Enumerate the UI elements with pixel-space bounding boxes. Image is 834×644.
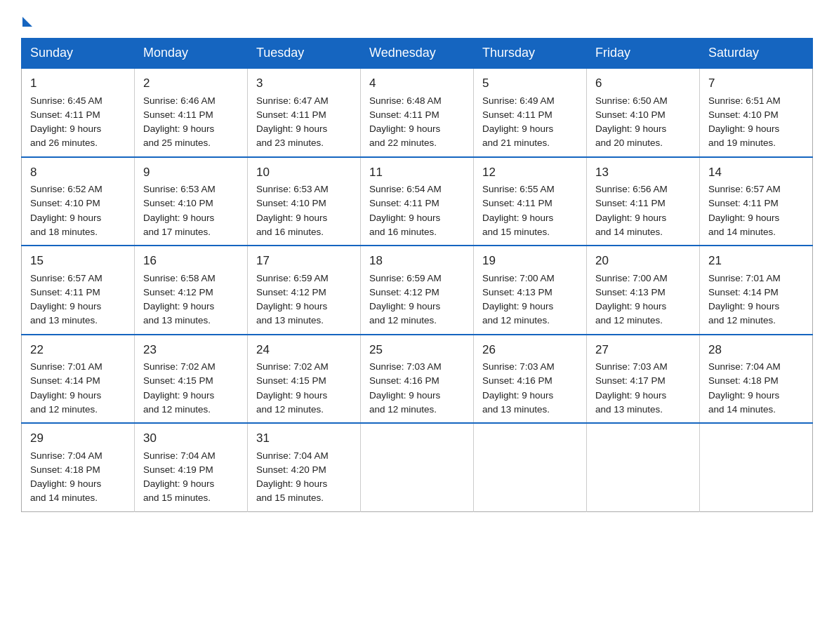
calendar-header-thursday: Thursday — [474, 39, 587, 69]
day-info: Sunrise: 6:56 AMSunset: 4:11 PMDaylight:… — [595, 182, 691, 239]
calendar-week-row: 22Sunrise: 7:01 AMSunset: 4:14 PMDayligh… — [22, 335, 813, 424]
calendar-cell: 1Sunrise: 6:45 AMSunset: 4:11 PMDaylight… — [22, 68, 135, 157]
calendar-cell: 16Sunrise: 6:58 AMSunset: 4:12 PMDayligh… — [135, 246, 248, 335]
day-info: Sunrise: 7:04 AMSunset: 4:18 PMDaylight:… — [708, 360, 804, 417]
day-number: 22 — [30, 341, 126, 359]
day-number: 8 — [30, 163, 126, 182]
day-info: Sunrise: 6:49 AMSunset: 4:11 PMDaylight:… — [482, 94, 578, 151]
calendar-cell: 25Sunrise: 7:03 AMSunset: 4:16 PMDayligh… — [361, 335, 474, 424]
calendar-cell: 29Sunrise: 7:04 AMSunset: 4:18 PMDayligh… — [22, 423, 135, 511]
calendar-cell: 14Sunrise: 6:57 AMSunset: 4:11 PMDayligh… — [700, 157, 813, 246]
day-info: Sunrise: 7:02 AMSunset: 4:15 PMDaylight:… — [143, 360, 239, 417]
calendar-cell: 24Sunrise: 7:02 AMSunset: 4:15 PMDayligh… — [248, 335, 361, 424]
day-info: Sunrise: 7:03 AMSunset: 4:16 PMDaylight:… — [369, 360, 465, 417]
calendar-cell: 11Sunrise: 6:54 AMSunset: 4:11 PMDayligh… — [361, 157, 474, 246]
calendar-cell — [474, 423, 587, 511]
day-number: 12 — [482, 163, 578, 182]
calendar-week-row: 8Sunrise: 6:52 AMSunset: 4:10 PMDaylight… — [22, 157, 813, 246]
day-number: 17 — [256, 252, 352, 270]
day-info: Sunrise: 6:59 AMSunset: 4:12 PMDaylight:… — [256, 271, 352, 328]
calendar-cell: 13Sunrise: 6:56 AMSunset: 4:11 PMDayligh… — [587, 157, 700, 246]
day-number: 10 — [256, 163, 352, 182]
day-number: 9 — [143, 163, 239, 182]
day-info: Sunrise: 6:53 AMSunset: 4:10 PMDaylight:… — [143, 182, 239, 239]
calendar-cell — [361, 423, 474, 511]
calendar-cell: 19Sunrise: 7:00 AMSunset: 4:13 PMDayligh… — [474, 246, 587, 335]
calendar-cell: 8Sunrise: 6:52 AMSunset: 4:10 PMDaylight… — [22, 157, 135, 246]
calendar-cell: 6Sunrise: 6:50 AMSunset: 4:10 PMDaylight… — [587, 68, 700, 157]
day-number: 7 — [708, 74, 804, 93]
day-info: Sunrise: 7:04 AMSunset: 4:20 PMDaylight:… — [256, 449, 352, 506]
calendar-cell: 10Sunrise: 6:53 AMSunset: 4:10 PMDayligh… — [248, 157, 361, 246]
day-info: Sunrise: 6:46 AMSunset: 4:11 PMDaylight:… — [143, 94, 239, 151]
logo — [21, 14, 32, 27]
calendar-cell: 23Sunrise: 7:02 AMSunset: 4:15 PMDayligh… — [135, 335, 248, 424]
day-number: 2 — [143, 74, 239, 93]
day-info: Sunrise: 6:45 AMSunset: 4:11 PMDaylight:… — [30, 94, 126, 151]
day-info: Sunrise: 6:51 AMSunset: 4:10 PMDaylight:… — [708, 94, 804, 151]
day-number: 13 — [595, 163, 691, 182]
calendar-cell: 12Sunrise: 6:55 AMSunset: 4:11 PMDayligh… — [474, 157, 587, 246]
calendar-week-row: 29Sunrise: 7:04 AMSunset: 4:18 PMDayligh… — [22, 423, 813, 511]
day-info: Sunrise: 7:04 AMSunset: 4:18 PMDaylight:… — [30, 449, 126, 506]
day-number: 5 — [482, 74, 578, 93]
day-number: 3 — [256, 74, 352, 93]
calendar-cell: 20Sunrise: 7:00 AMSunset: 4:13 PMDayligh… — [587, 246, 700, 335]
calendar-week-row: 1Sunrise: 6:45 AMSunset: 4:11 PMDaylight… — [22, 68, 813, 157]
day-info: Sunrise: 7:00 AMSunset: 4:13 PMDaylight:… — [595, 271, 691, 328]
day-number: 28 — [708, 341, 804, 359]
calendar-header-row: SundayMondayTuesdayWednesdayThursdayFrid… — [22, 39, 813, 69]
calendar-header-friday: Friday — [587, 39, 700, 69]
calendar-cell: 21Sunrise: 7:01 AMSunset: 4:14 PMDayligh… — [700, 246, 813, 335]
day-number: 18 — [369, 252, 465, 270]
calendar-header-sunday: Sunday — [22, 39, 135, 69]
day-number: 11 — [369, 163, 465, 182]
day-number: 1 — [30, 74, 126, 93]
day-info: Sunrise: 7:01 AMSunset: 4:14 PMDaylight:… — [30, 360, 126, 417]
day-info: Sunrise: 6:55 AMSunset: 4:11 PMDaylight:… — [482, 182, 578, 239]
day-info: Sunrise: 6:54 AMSunset: 4:11 PMDaylight:… — [369, 182, 465, 239]
day-info: Sunrise: 7:03 AMSunset: 4:17 PMDaylight:… — [595, 360, 691, 417]
calendar-cell: 15Sunrise: 6:57 AMSunset: 4:11 PMDayligh… — [22, 246, 135, 335]
day-number: 6 — [595, 74, 691, 93]
calendar-cell: 22Sunrise: 7:01 AMSunset: 4:14 PMDayligh… — [22, 335, 135, 424]
day-info: Sunrise: 7:00 AMSunset: 4:13 PMDaylight:… — [482, 271, 578, 328]
day-number: 4 — [369, 74, 465, 93]
calendar-header-monday: Monday — [135, 39, 248, 69]
day-number: 19 — [482, 252, 578, 270]
day-number: 24 — [256, 341, 352, 359]
calendar-cell: 26Sunrise: 7:03 AMSunset: 4:16 PMDayligh… — [474, 335, 587, 424]
day-number: 14 — [708, 163, 804, 182]
calendar-cell: 27Sunrise: 7:03 AMSunset: 4:17 PMDayligh… — [587, 335, 700, 424]
day-info: Sunrise: 6:59 AMSunset: 4:12 PMDaylight:… — [369, 271, 465, 328]
calendar-cell — [700, 423, 813, 511]
calendar-cell: 4Sunrise: 6:48 AMSunset: 4:11 PMDaylight… — [361, 68, 474, 157]
day-info: Sunrise: 7:03 AMSunset: 4:16 PMDaylight:… — [482, 360, 578, 417]
day-number: 27 — [595, 341, 691, 359]
calendar-cell: 28Sunrise: 7:04 AMSunset: 4:18 PMDayligh… — [700, 335, 813, 424]
logo-arrow-icon — [22, 17, 32, 27]
day-number: 20 — [595, 252, 691, 270]
calendar-cell: 2Sunrise: 6:46 AMSunset: 4:11 PMDaylight… — [135, 68, 248, 157]
calendar-cell: 17Sunrise: 6:59 AMSunset: 4:12 PMDayligh… — [248, 246, 361, 335]
day-info: Sunrise: 7:01 AMSunset: 4:14 PMDaylight:… — [708, 271, 804, 328]
day-info: Sunrise: 6:47 AMSunset: 4:11 PMDaylight:… — [256, 94, 352, 151]
day-info: Sunrise: 6:57 AMSunset: 4:11 PMDaylight:… — [708, 182, 804, 239]
day-number: 15 — [30, 252, 126, 270]
calendar-header-saturday: Saturday — [700, 39, 813, 69]
day-number: 23 — [143, 341, 239, 359]
day-number: 30 — [143, 429, 239, 448]
day-number: 31 — [256, 429, 352, 448]
calendar-cell: 5Sunrise: 6:49 AMSunset: 4:11 PMDaylight… — [474, 68, 587, 157]
day-info: Sunrise: 7:04 AMSunset: 4:19 PMDaylight:… — [143, 449, 239, 506]
day-info: Sunrise: 6:50 AMSunset: 4:10 PMDaylight:… — [595, 94, 691, 151]
calendar-cell: 9Sunrise: 6:53 AMSunset: 4:10 PMDaylight… — [135, 157, 248, 246]
day-number: 26 — [482, 341, 578, 359]
day-info: Sunrise: 6:57 AMSunset: 4:11 PMDaylight:… — [30, 271, 126, 328]
day-number: 16 — [143, 252, 239, 270]
calendar-cell: 18Sunrise: 6:59 AMSunset: 4:12 PMDayligh… — [361, 246, 474, 335]
day-number: 29 — [30, 429, 126, 448]
calendar-header-wednesday: Wednesday — [361, 39, 474, 69]
calendar-week-row: 15Sunrise: 6:57 AMSunset: 4:11 PMDayligh… — [22, 246, 813, 335]
day-info: Sunrise: 6:52 AMSunset: 4:10 PMDaylight:… — [30, 182, 126, 239]
